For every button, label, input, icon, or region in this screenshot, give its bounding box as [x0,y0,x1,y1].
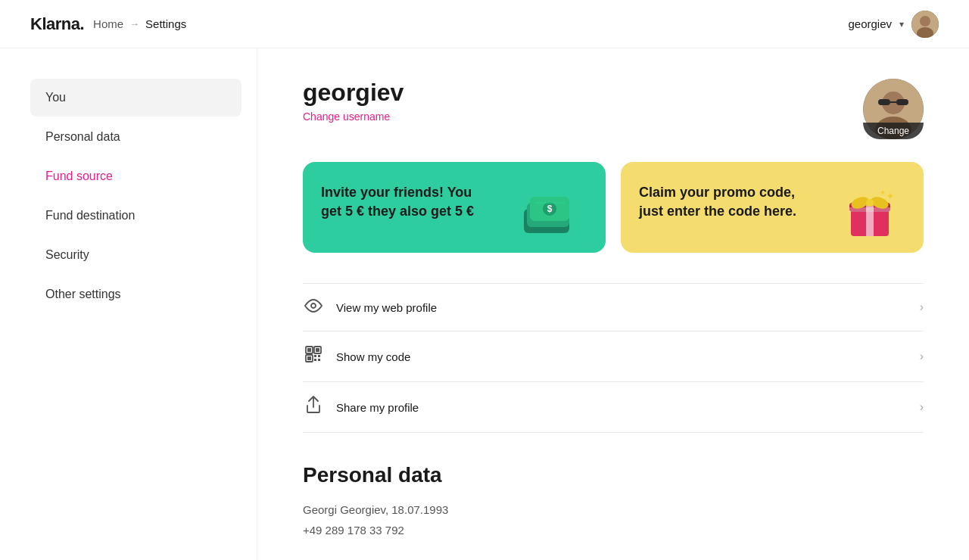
qr-code-icon [303,345,324,368]
personal-data-name-dob: Georgi Georgiev, 18.07.1993 +49 289 178 … [303,499,924,540]
svg-rect-6 [878,99,890,105]
personal-data-title: Personal data [303,463,924,487]
change-username-link[interactable]: Change username [303,110,390,123]
chevron-down-icon: ▾ [899,19,904,30]
svg-rect-7 [896,99,908,105]
svg-rect-34 [318,359,320,361]
promo-invite-text: Invite your friends! You get 5 € they al… [321,183,494,221]
profile-username: georgiev [303,79,403,107]
header-left: Klarna. Home → Settings [30,14,186,34]
sidebar-item-you[interactable]: You [30,79,241,117]
breadcrumb: Home → Settings [93,17,186,30]
chevron-right-icon-3: › [920,400,924,414]
svg-rect-30 [307,356,311,360]
profile-info: georgiev Change username [303,79,403,123]
chevron-right-icon-2: › [920,350,924,363]
breadcrumb-current: Settings [145,17,186,30]
sidebar-item-other-settings[interactable]: Other settings [30,275,241,313]
breadcrumb-arrow-icon: → [129,18,139,30]
sidebar-item-fund-source[interactable]: Fund source [30,157,241,195]
view-profile-label: View my web profile [336,301,437,314]
svg-text:✦: ✦ [886,190,895,202]
promo-code-text: Claim your promo code, just enter the co… [639,183,812,221]
share-icon [303,396,324,418]
user-menu[interactable]: georgiev ▾ [848,11,939,38]
eye-icon [303,297,324,317]
svg-point-21 [866,199,874,207]
avatar-change-label: Change [863,123,924,139]
promo-cards: Invite your friends! You get 5 € they al… [303,162,924,253]
svg-rect-26 [307,348,311,352]
personal-data-section: Personal data Georgi Georgiev, 18.07.199… [303,463,924,540]
action-show-code[interactable]: Show my code › [303,331,924,382]
svg-point-24 [311,303,316,308]
svg-rect-32 [318,355,320,357]
sidebar-item-fund-destination[interactable]: Fund destination [30,197,241,235]
avatar-change[interactable]: Change [863,79,924,139]
action-list: View my web profile › [303,283,924,433]
chevron-right-icon: › [920,300,924,314]
svg-text:$: $ [547,204,553,214]
main-content: georgiev Change username Change [257,48,969,560]
page-layout: You Personal data Fund source Fund desti… [0,48,969,560]
profile-header: georgiev Change username Change [303,79,924,139]
klarna-logo: Klarna. [30,14,84,34]
header: Klarna. Home → Settings georgiev ▾ [0,0,969,48]
svg-rect-28 [316,348,319,352]
action-share-profile[interactable]: Share my profile › [303,382,924,433]
header-username: georgiev [848,17,892,30]
sidebar: You Personal data Fund source Fund desti… [0,48,257,560]
svg-rect-33 [314,359,316,361]
promo-card-invite[interactable]: Invite your friends! You get 5 € they al… [303,162,606,253]
sidebar-item-security[interactable]: Security [30,236,241,274]
avatar [911,11,939,38]
svg-point-1 [920,16,930,26]
action-view-profile[interactable]: View my web profile › [303,284,924,331]
svg-text:✦: ✦ [880,188,886,197]
sidebar-item-personal-data[interactable]: Personal data [30,118,241,156]
breadcrumb-home[interactable]: Home [93,17,123,30]
share-profile-label: Share my profile [336,401,419,414]
promo-card-code[interactable]: Claim your promo code, just enter the co… [621,162,924,253]
show-code-label: Show my code [336,350,410,363]
svg-rect-31 [314,355,316,357]
